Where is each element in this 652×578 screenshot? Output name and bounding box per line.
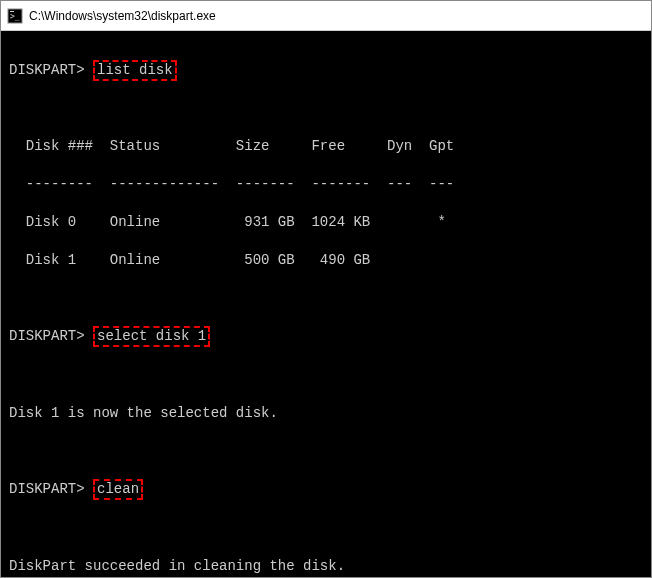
terminal-output[interactable]: DISKPART> list disk Disk ### Status Size… bbox=[1, 31, 651, 577]
svg-text:>_: >_ bbox=[10, 12, 20, 21]
window-title: C:\Windows\system32\diskpart.exe bbox=[29, 9, 216, 23]
titlebar[interactable]: >_ C:\Windows\system32\diskpart.exe bbox=[1, 1, 651, 31]
disk-table-header: Disk ### Status Size Free Dyn Gpt bbox=[9, 137, 643, 156]
cmd-clean: clean bbox=[93, 479, 143, 500]
msg-selected-disk: Disk 1 is now the selected disk. bbox=[9, 404, 643, 423]
disk-table-divider: -------- ------------- ------- ------- -… bbox=[9, 175, 643, 194]
diskpart-window: >_ C:\Windows\system32\diskpart.exe DISK… bbox=[0, 0, 652, 578]
prompt: DISKPART> bbox=[9, 328, 85, 344]
prompt: DISKPART> bbox=[9, 62, 85, 78]
disk-row-1: Disk 1 Online 500 GB 490 GB bbox=[9, 251, 643, 270]
cmd-list-disk: list disk bbox=[93, 60, 177, 81]
prompt: DISKPART> bbox=[9, 481, 85, 497]
app-icon: >_ bbox=[7, 8, 23, 24]
msg-clean-ok: DiskPart succeeded in cleaning the disk. bbox=[9, 557, 643, 576]
disk-row-0: Disk 0 Online 931 GB 1024 KB * bbox=[9, 213, 643, 232]
cmd-select-disk: select disk 1 bbox=[93, 326, 210, 347]
